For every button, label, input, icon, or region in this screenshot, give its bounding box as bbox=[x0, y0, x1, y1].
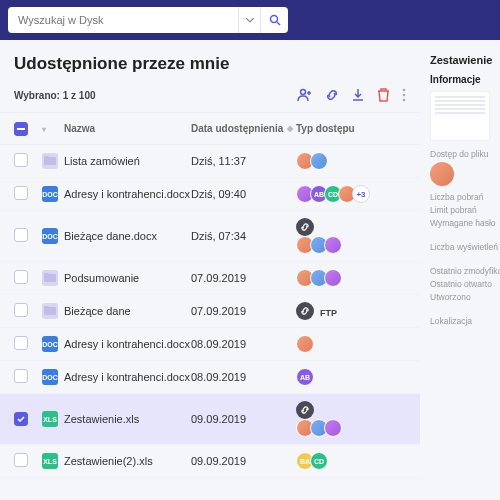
table-row[interactable]: XLSZestawienie(2).xls09.09.2019BACD bbox=[0, 445, 420, 478]
file-thumbnail[interactable] bbox=[430, 91, 490, 141]
delete-button[interactable] bbox=[377, 88, 390, 102]
row-access bbox=[296, 269, 406, 287]
row-access bbox=[296, 335, 406, 353]
row-date: 09.09.2019 bbox=[191, 413, 296, 425]
header-access[interactable]: Typ dostępu bbox=[296, 123, 406, 134]
meta-label: Limit pobrań bbox=[430, 205, 500, 215]
chevron-down-icon bbox=[246, 18, 254, 23]
meta-label: Liczba wyświetleń bbox=[430, 242, 500, 252]
table-header: ▾ Nazwa Data udostępnienia◆ Typ dostępu bbox=[0, 113, 420, 145]
row-date: Dziś, 07:34 bbox=[191, 230, 296, 242]
row-checkbox[interactable] bbox=[14, 270, 28, 284]
row-access bbox=[296, 152, 406, 170]
link-badge-icon bbox=[296, 218, 314, 236]
row-checkbox[interactable] bbox=[14, 336, 28, 350]
search-input[interactable] bbox=[8, 7, 238, 33]
table-row[interactable]: DOCAdresy i kontrahenci.docx08.09.2019 bbox=[0, 328, 420, 361]
row-checkbox[interactable] bbox=[14, 453, 28, 467]
row-checkbox[interactable] bbox=[14, 412, 28, 426]
docx-file-icon: DOC bbox=[42, 336, 58, 352]
search-button[interactable] bbox=[260, 7, 288, 33]
docx-file-icon: DOC bbox=[42, 228, 58, 244]
row-checkbox[interactable] bbox=[14, 153, 28, 167]
docx-file-icon: DOC bbox=[42, 369, 58, 385]
link-badge-icon bbox=[296, 401, 314, 419]
row-name: Podsumowanie bbox=[64, 272, 191, 284]
table-row[interactable]: Lista zamówieńDziś, 11:37 bbox=[0, 145, 420, 178]
avatar[interactable] bbox=[296, 335, 314, 353]
sort-icon: ◆ bbox=[287, 124, 293, 133]
svg-point-1 bbox=[301, 90, 306, 95]
page-title: Udostępnione przeze mnie bbox=[0, 54, 420, 74]
row-name: Adresy i kontrahenci.docx bbox=[64, 371, 191, 383]
selection-info: Wybrano: 1 z 100 bbox=[14, 90, 96, 101]
download-icon bbox=[351, 88, 365, 102]
row-name: Zestawienie(2).xls bbox=[64, 455, 191, 467]
row-access bbox=[296, 401, 406, 437]
row-name: Adresy i kontrahenci.docx bbox=[64, 338, 191, 350]
side-panel: Zestawienie Informacje Dostęp do pliku L… bbox=[420, 40, 500, 500]
table-row[interactable]: DOCBieżące dane.docxDziś, 07:34 bbox=[0, 211, 420, 262]
trash-icon bbox=[377, 88, 390, 102]
more-vertical-icon bbox=[402, 88, 406, 102]
row-checkbox[interactable] bbox=[14, 369, 28, 383]
row-checkbox[interactable] bbox=[14, 303, 28, 317]
folder-icon bbox=[42, 303, 58, 319]
table-row[interactable]: XLSZestawienie.xls09.09.2019 bbox=[0, 394, 420, 445]
meta-label: Liczba pobrań bbox=[430, 192, 500, 202]
row-date: 08.09.2019 bbox=[191, 371, 296, 383]
avatar[interactable] bbox=[310, 152, 328, 170]
meta-label: Ostatnio zmodyfikowano bbox=[430, 266, 500, 276]
link-badge-icon bbox=[296, 302, 314, 320]
row-date: Dziś, 11:37 bbox=[191, 155, 296, 167]
toolbar: Wybrano: 1 z 100 bbox=[0, 88, 420, 113]
row-name: Lista zamówień bbox=[64, 155, 191, 167]
row-access: BACD bbox=[296, 452, 406, 470]
table-row[interactable]: Bieżące dane07.09.2019FTP bbox=[0, 295, 420, 328]
header-date[interactable]: Data udostępnienia◆ bbox=[191, 123, 296, 134]
avatar[interactable] bbox=[324, 236, 342, 254]
table-row[interactable]: DOCAdresy i kontrahenci.docx08.09.2019AB bbox=[0, 361, 420, 394]
row-checkbox[interactable] bbox=[14, 186, 28, 200]
row-access: FTP bbox=[296, 302, 406, 320]
table-row[interactable]: Podsumowanie07.09.2019 bbox=[0, 262, 420, 295]
svg-point-3 bbox=[403, 94, 406, 97]
avatar[interactable] bbox=[324, 419, 342, 437]
table-row[interactable]: DOCAdresy i kontrahenci.docxDziś, 09:40A… bbox=[0, 178, 420, 211]
link-button[interactable] bbox=[325, 88, 339, 102]
row-checkbox[interactable] bbox=[14, 228, 28, 242]
docx-file-icon: DOC bbox=[42, 186, 58, 202]
avatar[interactable]: AB bbox=[296, 368, 314, 386]
row-date: 07.09.2019 bbox=[191, 305, 296, 317]
more-button[interactable] bbox=[402, 88, 406, 102]
avatar[interactable]: CD bbox=[310, 452, 328, 470]
meta-label: Ostatnio otwarto bbox=[430, 279, 500, 289]
search-icon bbox=[269, 14, 281, 26]
svg-point-2 bbox=[403, 89, 406, 92]
header-name[interactable]: Nazwa bbox=[64, 123, 191, 134]
table-body: Lista zamówieńDziś, 11:37DOCAdresy i kon… bbox=[0, 145, 420, 478]
xls-file-icon: XLS bbox=[42, 411, 58, 427]
folder-icon bbox=[42, 270, 58, 286]
link-icon bbox=[325, 88, 339, 102]
add-user-button[interactable] bbox=[297, 88, 313, 102]
svg-point-0 bbox=[270, 16, 277, 23]
xls-file-icon: XLS bbox=[42, 453, 58, 469]
side-title: Zestawienie bbox=[430, 54, 500, 66]
add-user-icon bbox=[297, 88, 313, 102]
sort-icon[interactable]: ▾ bbox=[42, 125, 46, 134]
row-name: Adresy i kontrahenci.docx bbox=[64, 188, 191, 200]
row-name: Zestawienie.xls bbox=[64, 413, 191, 425]
search-dropdown[interactable] bbox=[238, 7, 260, 33]
row-access: ABCD+3 bbox=[296, 185, 406, 203]
download-button[interactable] bbox=[351, 88, 365, 102]
row-name: Bieżące dane bbox=[64, 305, 191, 317]
meta-label: Lokalizacja bbox=[430, 316, 500, 326]
avatar[interactable] bbox=[324, 269, 342, 287]
header-checkbox[interactable] bbox=[14, 122, 28, 136]
row-access: AB bbox=[296, 368, 406, 386]
topbar bbox=[0, 0, 500, 40]
owner-avatar[interactable] bbox=[430, 162, 454, 186]
side-info-label: Informacje bbox=[430, 74, 500, 85]
avatar-more[interactable]: +3 bbox=[352, 185, 370, 203]
